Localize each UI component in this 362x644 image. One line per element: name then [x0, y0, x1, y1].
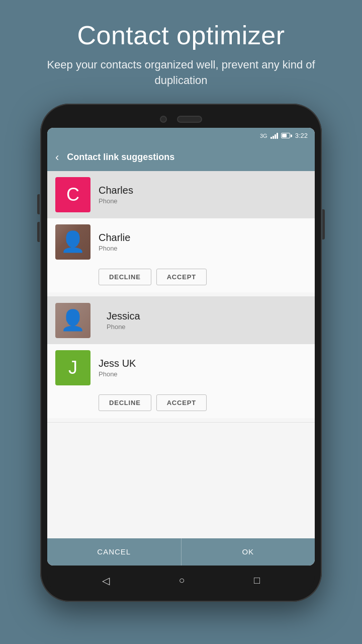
- contact-info-jessica: Jessica Phone: [107, 310, 307, 331]
- phone-screen: 3G 3:22 ‹ Contact link suggestion: [47, 128, 315, 566]
- decline-button-jessica[interactable]: DECLINE: [99, 394, 151, 411]
- volume-up-button: [37, 194, 40, 214]
- bottom-buttons: CANCEL OK: [47, 538, 315, 566]
- page-title: Contact optimizer: [20, 20, 342, 50]
- page-subtitle: Keep your contacts organized well, preve…: [20, 57, 342, 89]
- recents-nav-icon[interactable]: □: [254, 575, 260, 586]
- action-buttons-charles: DECLINE ACCEPT: [47, 264, 315, 292]
- cancel-button[interactable]: CANCEL: [47, 538, 181, 566]
- primary-contact-charles: C Charles Phone: [47, 171, 315, 218]
- toolbar-title: Contact link suggestions: [67, 152, 174, 163]
- contact-info-charles: Charles Phone: [99, 185, 307, 205]
- content-area: C Charles Phone Charlie Phone: [47, 171, 315, 538]
- contact-source-charles: Phone: [99, 197, 307, 205]
- contact-group-jessica: Jessica Phone J Jess UK Phone: [47, 297, 315, 418]
- accept-button-jessica[interactable]: ACCEPT: [156, 394, 207, 411]
- avatar-charlie: [55, 224, 90, 260]
- app-toolbar: ‹ Contact link suggestions: [47, 144, 315, 171]
- power-button: [322, 209, 325, 239]
- content-spacer: [47, 423, 315, 453]
- suggestion-row-charlie: Charlie Phone: [47, 218, 315, 264]
- avatar-jessica: [55, 303, 90, 338]
- phone-frame: 3G 3:22 ‹ Contact link suggestion: [40, 104, 322, 602]
- back-nav-icon[interactable]: ◁: [102, 575, 110, 587]
- contact-name-charlie: Charlie: [99, 232, 307, 244]
- contact-group-charles: C Charles Phone Charlie Phone: [47, 171, 315, 292]
- signal-bar-4: [277, 133, 278, 139]
- avatar-jessuk: J: [55, 350, 90, 385]
- phone-top-sensors: [47, 113, 315, 128]
- contact-source-charlie: Phone: [99, 245, 307, 252]
- status-bar: 3G 3:22: [47, 128, 315, 144]
- home-nav-icon[interactable]: ○: [178, 575, 185, 586]
- battery-fill: [282, 134, 287, 137]
- phone-frame-wrapper: 3G 3:22 ‹ Contact link suggestion: [40, 104, 322, 644]
- navigation-bar: ◁ ○ □: [47, 566, 315, 596]
- status-time: 3:22: [295, 132, 308, 139]
- contact-name-charles: Charles: [99, 185, 307, 196]
- front-camera: [160, 116, 167, 123]
- contact-name-jessuk: Jess UK: [99, 358, 307, 369]
- accept-button-charles[interactable]: ACCEPT: [156, 269, 207, 285]
- volume-down-button: [37, 222, 40, 242]
- signal-bar-2: [273, 136, 274, 139]
- suggestion-row-jessuk: J Jess UK Phone: [47, 344, 315, 389]
- primary-contact-jessica: Jessica Phone: [47, 297, 315, 344]
- contact-info-charlie: Charlie Phone: [99, 232, 307, 252]
- page-header: Contact optimizer Keep your contacts org…: [0, 0, 362, 99]
- signal-label: 3G: [260, 133, 267, 139]
- signal-bar-1: [270, 137, 272, 139]
- earpiece-speaker: [177, 116, 202, 123]
- action-buttons-jessica: DECLINE ACCEPT: [47, 389, 315, 418]
- ok-button[interactable]: OK: [182, 538, 315, 566]
- back-button[interactable]: ‹: [55, 152, 59, 163]
- decline-button-charles[interactable]: DECLINE: [99, 269, 151, 285]
- signal-bars: [270, 133, 278, 139]
- contact-info-jessuk: Jess UK Phone: [99, 358, 307, 378]
- contact-source-jessica: Phone: [107, 323, 307, 331]
- battery-icon: [281, 133, 290, 138]
- contact-name-jessica: Jessica: [107, 310, 307, 322]
- signal-bar-3: [275, 134, 276, 139]
- avatar-charles: C: [55, 177, 90, 212]
- contact-source-jessuk: Phone: [99, 370, 307, 378]
